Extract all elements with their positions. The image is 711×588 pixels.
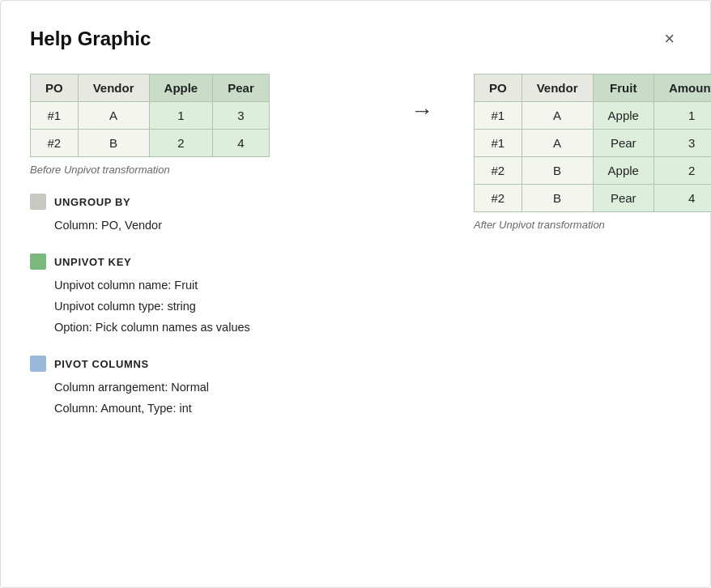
cell-pear: 4 xyxy=(213,130,270,157)
cell-fruit: Apple xyxy=(593,157,654,185)
legend-unpivot-header: UNPIVOT KEY xyxy=(30,254,370,270)
pivot-line-2: Column: Amount, Type: int xyxy=(54,398,370,419)
before-table: PO Vendor Apple Pear #1 A 1 3 xyxy=(30,74,270,157)
pivot-body: Column arrangement: Normal Column: Amoun… xyxy=(30,377,370,419)
table-row: #2 B Apple 2 xyxy=(475,157,712,185)
cell-po: #1 xyxy=(475,102,522,130)
cell-po: #1 xyxy=(31,102,79,130)
before-header-apple: Apple xyxy=(149,75,213,102)
pivot-swatch xyxy=(30,356,46,372)
cell-amount: 2 xyxy=(654,157,711,185)
after-table-caption: After Unpivot transformation xyxy=(474,219,711,231)
before-table-wrap: PO Vendor Apple Pear #1 A 1 3 xyxy=(30,74,370,176)
after-header-vendor: Vendor xyxy=(522,75,593,102)
ungroup-line-1: Column: PO, Vendor xyxy=(54,215,370,236)
dialog-title: Help Graphic xyxy=(30,28,151,50)
after-table-wrap: PO Vendor Fruit Amount #1 A Apple 1 xyxy=(474,74,711,231)
cell-vendor: B xyxy=(78,130,149,157)
cell-po: #2 xyxy=(475,185,522,212)
legend-pivot-columns: PIVOT COLUMNS Column arrangement: Normal… xyxy=(30,356,370,419)
before-table-caption: Before Unpivot transformation xyxy=(30,164,370,176)
pivot-line-1: Column arrangement: Normal xyxy=(54,377,370,398)
cell-po: #2 xyxy=(475,157,522,185)
transform-arrow: → xyxy=(411,98,433,124)
cell-vendor: A xyxy=(522,130,593,157)
cell-vendor: B xyxy=(522,185,593,212)
cell-apple: 1 xyxy=(149,102,213,130)
table-row: #2 B 2 4 xyxy=(31,130,270,157)
ungroup-body: Column: PO, Vendor xyxy=(30,215,370,236)
arrow-area: → xyxy=(402,74,441,124)
cell-vendor: A xyxy=(522,102,593,130)
after-header-amount: Amount xyxy=(654,75,711,102)
unpivot-line-1: Unpivot column name: Fruit xyxy=(54,275,370,296)
legend-ungroup: UNGROUP BY Column: PO, Vendor xyxy=(30,194,370,236)
cell-apple: 2 xyxy=(149,130,213,157)
ungroup-swatch xyxy=(30,194,46,210)
table-row: #1 A Apple 1 xyxy=(475,102,712,130)
unpivot-swatch xyxy=(30,254,46,270)
close-button[interactable]: × xyxy=(658,27,681,51)
cell-amount: 3 xyxy=(654,130,711,157)
unpivot-label: UNPIVOT KEY xyxy=(54,256,131,268)
right-panel: PO Vendor Fruit Amount #1 A Apple 1 xyxy=(474,74,711,237)
after-header-po: PO xyxy=(475,75,522,102)
cell-fruit: Pear xyxy=(593,185,654,212)
cell-fruit: Pear xyxy=(593,130,654,157)
table-row: #1 A 1 3 xyxy=(31,102,270,130)
cell-pear: 3 xyxy=(213,102,270,130)
table-row: #2 B Pear 4 xyxy=(475,185,712,212)
left-panel: PO Vendor Apple Pear #1 A 1 3 xyxy=(30,74,370,420)
before-header-vendor: Vendor xyxy=(78,75,149,102)
after-header-fruit: Fruit xyxy=(593,75,654,102)
after-table: PO Vendor Fruit Amount #1 A Apple 1 xyxy=(474,74,711,212)
legend-pivot-header: PIVOT COLUMNS xyxy=(30,356,370,372)
unpivot-body: Unpivot column name: Fruit Unpivot colum… xyxy=(30,275,370,338)
legend-unpivot-key: UNPIVOT KEY Unpivot column name: Fruit U… xyxy=(30,254,370,338)
cell-fruit: Apple xyxy=(593,102,654,130)
legend-ungroup-header: UNGROUP BY xyxy=(30,194,370,210)
before-header-pear: Pear xyxy=(213,75,270,102)
table-row: #1 A Pear 3 xyxy=(475,130,712,157)
dialog-header: Help Graphic × xyxy=(30,27,681,51)
cell-po: #1 xyxy=(475,130,522,157)
cell-amount: 1 xyxy=(654,102,711,130)
help-dialog: Help Graphic × PO Vendor Apple Pear xyxy=(0,0,711,588)
cell-vendor: A xyxy=(78,102,149,130)
cell-amount: 4 xyxy=(654,185,711,212)
content-area: PO Vendor Apple Pear #1 A 1 3 xyxy=(30,74,681,420)
before-header-po: PO xyxy=(31,75,79,102)
cell-vendor: B xyxy=(522,157,593,185)
pivot-label: PIVOT COLUMNS xyxy=(54,358,149,370)
cell-po: #2 xyxy=(31,130,79,157)
ungroup-label: UNGROUP BY xyxy=(54,196,130,208)
unpivot-line-3: Option: Pick column names as values xyxy=(54,317,370,338)
unpivot-line-2: Unpivot column type: string xyxy=(54,296,370,317)
